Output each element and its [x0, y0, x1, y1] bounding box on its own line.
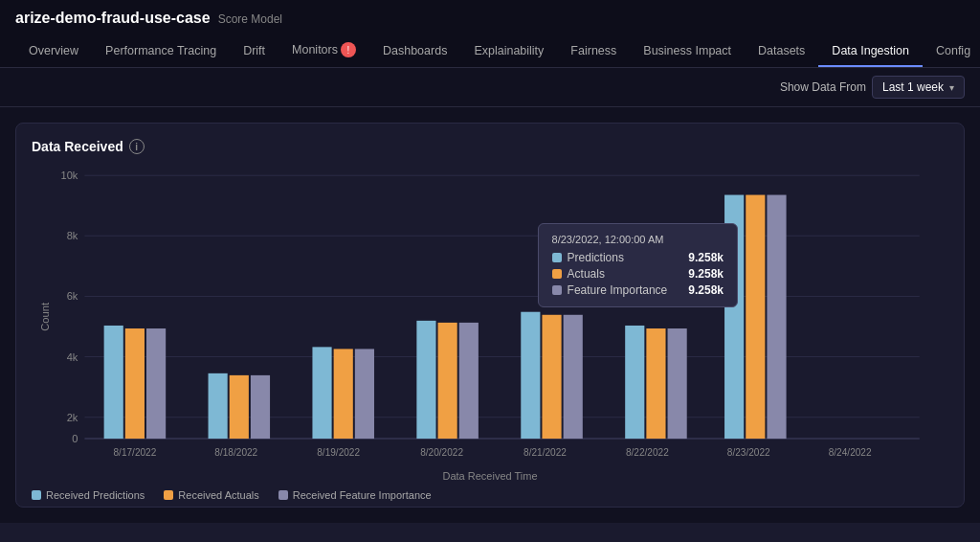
nav-tab-business-impact[interactable]: Business Impact: [630, 36, 745, 67]
bar-actuals-3: [334, 349, 353, 439]
nav-tab-datasets[interactable]: Datasets: [745, 36, 818, 67]
svg-text:2k: 2k: [67, 412, 78, 423]
svg-text:0: 0: [72, 433, 78, 444]
chevron-down-icon: ▾: [949, 82, 954, 93]
bar-actuals-1: [125, 328, 145, 439]
nav-tab-explainability[interactable]: Explainability: [460, 36, 557, 67]
legend-dot-actuals: [164, 490, 173, 500]
bar-features-2: [251, 375, 270, 439]
svg-text:8/19/2022: 8/19/2022: [317, 447, 360, 458]
info-icon[interactable]: i: [129, 139, 145, 154]
svg-text:10k: 10k: [61, 169, 78, 181]
legend-item-actuals: Received Actuals: [164, 489, 258, 501]
bar-predictions-1: [104, 326, 123, 439]
nav-tab-data-ingestion[interactable]: Data Ingestion: [818, 36, 923, 67]
svg-text:8/17/2022: 8/17/2022: [113, 447, 156, 458]
nav-tab-config[interactable]: Config: [923, 36, 980, 67]
main-content: Data Received i Count 10k: [0, 107, 980, 523]
chart-legend: Received Predictions Received Actuals Re…: [32, 489, 948, 501]
bar-predictions-7: [724, 195, 744, 440]
svg-text:6k: 6k: [67, 290, 78, 302]
legend-item-features: Received Feature Importance: [278, 489, 432, 501]
chart-svg-area: Count 10k 8k 6k 4k 2k 0: [32, 166, 948, 468]
svg-text:4k: 4k: [67, 351, 78, 363]
nav-tab-drift[interactable]: Drift: [230, 36, 278, 67]
bar-actuals-5: [542, 315, 561, 439]
bar-predictions-2: [209, 373, 228, 439]
monitors-badge: !: [341, 42, 356, 57]
svg-text:8/20/2022: 8/20/2022: [420, 447, 463, 458]
svg-text:8k: 8k: [67, 230, 78, 241]
bar-features-7: [767, 195, 786, 440]
bar-actuals-4: [438, 323, 457, 439]
chart-x-label: Data Received Time: [32, 470, 948, 482]
svg-text:8/22/2022: 8/22/2022: [626, 447, 669, 458]
chart-area: Count 10k 8k 6k 4k 2k 0: [32, 166, 948, 501]
chart-title-text: Data Received: [32, 139, 123, 154]
legend-dot-features: [278, 490, 288, 500]
legend-dot-predictions: [32, 490, 41, 500]
svg-text:8/21/2022: 8/21/2022: [523, 447, 567, 458]
bar-actuals-6: [646, 328, 665, 439]
legend-label-features: Received Feature Importance: [293, 489, 432, 501]
svg-text:8/23/2022: 8/23/2022: [727, 447, 770, 458]
svg-text:Count: Count: [39, 302, 51, 331]
bar-predictions-5: [521, 312, 540, 439]
bar-predictions-3: [312, 347, 331, 439]
show-data-dropdown-value: Last 1 week: [882, 80, 944, 94]
app-title-name: arize-demo-fraud-use-case: [15, 10, 211, 27]
bar-features-3: [355, 349, 374, 439]
svg-text:8/24/2022: 8/24/2022: [829, 447, 872, 458]
app-title: arize-demo-fraud-use-case Score Model: [15, 10, 965, 34]
bar-predictions-6: [625, 326, 644, 439]
legend-label-predictions: Received Predictions: [46, 489, 145, 501]
bar-actuals-2: [230, 375, 249, 439]
nav-tab-performance-tracing[interactable]: Performance Tracing: [92, 36, 230, 67]
bar-features-1: [146, 328, 166, 439]
svg-text:8/18/2022: 8/18/2022: [214, 447, 257, 458]
chart-svg: Count 10k 8k 6k 4k 2k 0: [32, 166, 948, 468]
show-data-from: Show Data From Last 1 week ▾: [780, 76, 965, 99]
bar-actuals-7: [746, 195, 765, 440]
chart-card: Data Received i Count 10k: [15, 123, 965, 508]
show-data-from-label: Show Data From: [780, 80, 866, 94]
nav-tabs: OverviewPerformance TracingDriftMonitors…: [15, 34, 965, 67]
nav-tab-monitors[interactable]: Monitors!: [278, 34, 369, 67]
legend-label-actuals: Received Actuals: [178, 489, 258, 501]
show-data-dropdown[interactable]: Last 1 week ▾: [872, 76, 965, 99]
bar-features-5: [564, 315, 583, 439]
chart-title-row: Data Received i: [32, 139, 948, 154]
bar-features-6: [668, 328, 687, 439]
nav-tab-overview[interactable]: Overview: [15, 36, 92, 67]
top-bar: arize-demo-fraud-use-case Score Model Ov…: [0, 0, 980, 68]
bar-features-4: [459, 323, 479, 439]
bar-predictions-4: [416, 321, 435, 439]
toolbar: Show Data From Last 1 week ▾: [0, 68, 980, 107]
nav-tab-fairness[interactable]: Fairness: [557, 36, 630, 67]
app-title-sub: Score Model: [218, 12, 282, 26]
nav-tab-dashboards[interactable]: Dashboards: [369, 36, 460, 67]
legend-item-predictions: Received Predictions: [32, 489, 145, 501]
